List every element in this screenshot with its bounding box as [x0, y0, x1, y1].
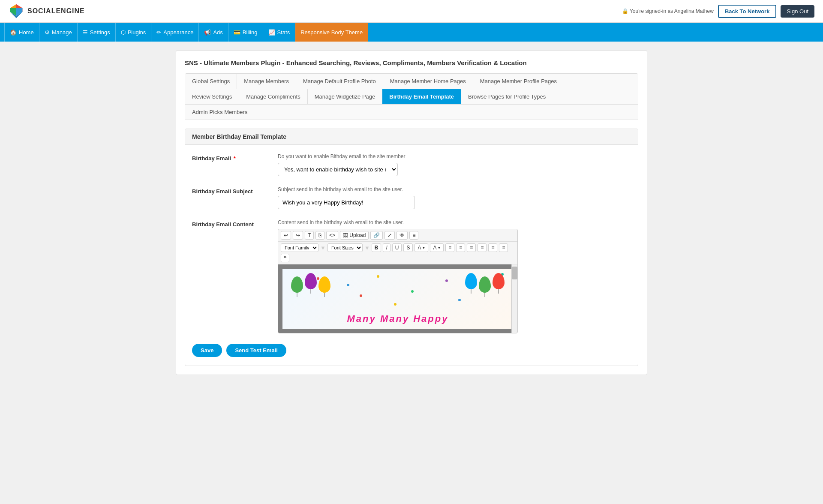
indent-btn[interactable]: ≡	[488, 243, 497, 252]
birthday-email-label: Birthday Email *	[192, 153, 278, 162]
font-family-select[interactable]: Font Family	[281, 243, 318, 252]
nav-appearance[interactable]: ✏ Appearance	[151, 23, 199, 42]
tab-global-settings[interactable]: Global Settings	[185, 74, 237, 89]
balloon-yellow	[318, 276, 330, 293]
tab-manage-default-profile-photo[interactable]: Manage Default Profile Photo	[296, 74, 383, 89]
nav-settings[interactable]: ☰ Settings	[78, 23, 116, 42]
align-left-btn[interactable]: ≡	[445, 243, 454, 252]
editor-container: ↩ ↪ T̲ ⎘ <> 🖼 Upload 🔗 ⤢ 👁 ≡	[278, 229, 518, 333]
nav-billing[interactable]: 💳 Billing	[228, 23, 263, 42]
birthday-email-field: Do you want to enable Bithday email to t…	[278, 153, 631, 176]
birthday-subject-input[interactable]	[278, 196, 415, 209]
bg-color-btn[interactable]: A▼	[430, 243, 444, 252]
editor-toolbar-top: ↩ ↪ T̲ ⎘ <> 🖼 Upload 🔗 ⤢ 👁 ≡	[278, 229, 517, 242]
logo-text: SOCIALENGINE	[27, 7, 85, 15]
plugins-icon: ⬡	[121, 29, 126, 36]
tab-admin-picks-members[interactable]: Admin Picks Members	[185, 105, 254, 120]
balloon-purple	[305, 273, 317, 289]
preview-btn[interactable]: 👁	[396, 231, 408, 240]
font-size-select[interactable]: Font Sizes	[327, 243, 363, 252]
form-section-title: Member Birthday Email Template	[185, 129, 638, 145]
align-justify-btn[interactable]: ≡	[478, 243, 487, 252]
birthday-banner: Many Many Happy	[282, 269, 513, 329]
birthday-content-description: Content send in the birthday wish email …	[278, 219, 631, 225]
editor-scrollbar[interactable]	[511, 264, 517, 333]
confetti-8	[360, 294, 362, 297]
birthday-subject-label: Birthday Email Subject	[192, 186, 278, 195]
header-right: 🔒 You're signed-in as Angelina Mathew Ba…	[622, 5, 814, 18]
fullscreen-btn[interactable]: ⤢	[384, 231, 395, 240]
stats-icon: 📈	[268, 29, 275, 36]
scrollbar-thumb	[512, 267, 517, 279]
navigation-bar: 🏠 Home ⚙ Manage ☰ Settings ⬡ Plugins ✏ A…	[0, 23, 823, 42]
nav-manage[interactable]: ⚙ Manage	[39, 23, 78, 42]
tab-manage-widgetize-page[interactable]: Manage Widgetize Page	[308, 89, 383, 104]
nav-home[interactable]: 🏠 Home	[4, 23, 39, 42]
confetti-10	[394, 303, 396, 306]
balloon-blue	[465, 273, 477, 289]
manage-icon: ⚙	[45, 29, 50, 36]
form-section: Member Birthday Email Template Birthday …	[185, 129, 638, 366]
socialengine-logo	[9, 3, 24, 19]
nav-responsive-body-theme[interactable]: Responsive Body Theme	[295, 23, 368, 42]
birthday-content-row: Birthday Email Content Content send in t…	[192, 219, 631, 333]
birthday-content-label: Birthday Email Content	[192, 219, 278, 228]
balloons-row	[287, 273, 509, 293]
font-color-btn[interactable]: A▼	[415, 243, 428, 252]
nav-ads[interactable]: 📢 Ads	[199, 23, 228, 42]
ads-icon: 📢	[204, 29, 211, 36]
settings-icon: ☰	[83, 29, 88, 36]
nav-stats[interactable]: 📈 Stats	[263, 23, 296, 42]
menu-btn[interactable]: ≡	[409, 231, 418, 240]
required-star: *	[234, 155, 236, 162]
action-buttons: Save Send Test Email	[192, 344, 631, 357]
quote-btn[interactable]: ❝	[281, 254, 289, 262]
tab-manage-member-profile-pages[interactable]: Manage Member Profile Pages	[473, 74, 564, 89]
format-btn[interactable]: T̲	[305, 231, 314, 240]
signed-in-text: 🔒 You're signed-in as Angelina Mathew	[622, 8, 714, 14]
tabs-row-1: Global Settings Manage Members Manage De…	[185, 74, 638, 89]
copy-btn[interactable]: ⎘	[315, 231, 324, 240]
send-test-email-button[interactable]: Send Test Email	[226, 344, 286, 357]
logo-area: SOCIALENGINE	[9, 3, 85, 19]
birthday-subject-field: Subject send in the birthday wish email …	[278, 186, 631, 209]
redo-btn[interactable]: ↪	[293, 231, 303, 240]
underline-btn[interactable]: U	[392, 243, 402, 252]
tab-manage-members[interactable]: Manage Members	[237, 74, 296, 89]
undo-btn[interactable]: ↩	[281, 231, 291, 240]
right-balloons	[465, 273, 505, 293]
birthday-content-field: Content send in the birthday wish email …	[278, 219, 631, 333]
save-button[interactable]: Save	[192, 344, 222, 357]
birthday-email-row: Birthday Email * Do you want to enable B…	[192, 153, 631, 176]
bold-btn[interactable]: B	[372, 243, 381, 252]
sign-out-button[interactable]: Sign Out	[781, 5, 814, 18]
align-right-btn[interactable]: ≡	[467, 243, 476, 252]
source-btn[interactable]: <>	[326, 231, 338, 240]
editor-toolbar-bottom: Font Family ▼ Font Sizes ▼ B I U S	[278, 242, 517, 264]
editor-content-area[interactable]: Many Many Happy	[278, 264, 517, 333]
link-btn[interactable]: 🔗	[370, 231, 383, 240]
tab-manage-member-home-pages[interactable]: Manage Member Home Pages	[383, 74, 473, 89]
form-body: Birthday Email * Do you want to enable B…	[185, 145, 638, 366]
strikethrough-btn[interactable]: S	[403, 243, 413, 252]
upload-btn[interactable]: 🖼 Upload	[340, 231, 369, 240]
tabs-container: Global Settings Manage Members Manage De…	[185, 73, 638, 120]
billing-icon: 💳	[234, 29, 240, 36]
birthday-email-select[interactable]: Yes, want to enable birthday wish to sit…	[278, 163, 398, 176]
balloon-red	[493, 273, 505, 289]
back-to-network-button[interactable]: Back To Network	[718, 5, 777, 18]
plugin-card: SNS - Ultimate Members Plugin - Enhanced…	[176, 50, 647, 375]
confetti-9	[458, 299, 461, 301]
editor-inner: Many Many Happy	[282, 269, 513, 329]
outdent-btn[interactable]: ≡	[499, 243, 508, 252]
tabs-row-3: Admin Picks Members	[185, 105, 638, 120]
align-center-btn[interactable]: ≡	[456, 243, 465, 252]
birthday-subject-description: Subject send in the birthday wish email …	[278, 186, 631, 192]
tab-birthday-email-template[interactable]: Birthday Email Template	[382, 89, 461, 104]
italic-btn[interactable]: I	[383, 243, 390, 252]
left-balloons	[291, 273, 330, 293]
tab-browse-pages-for-profile-types[interactable]: Browse Pages for Profile Types	[461, 89, 553, 104]
tab-manage-compliments[interactable]: Manage Compliments	[239, 89, 307, 104]
tab-review-settings[interactable]: Review Settings	[185, 89, 239, 104]
nav-plugins[interactable]: ⬡ Plugins	[116, 23, 152, 42]
